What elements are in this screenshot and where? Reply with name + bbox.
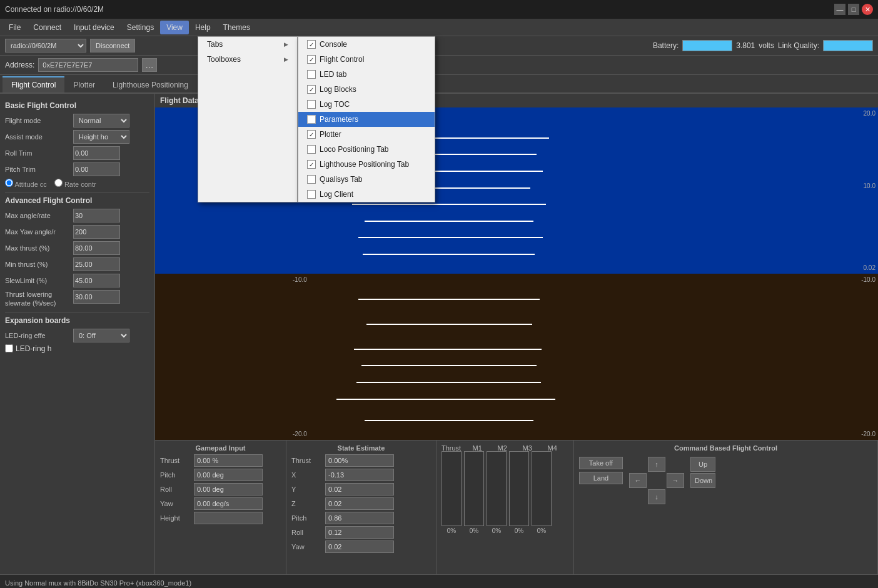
chart-label-neg10-r: -10.0: [861, 276, 875, 283]
max-thrust-row: Max thrust (%): [5, 241, 149, 255]
motor-m2-bar: [487, 451, 507, 526]
left-button[interactable]: ←: [629, 473, 647, 488]
title-bar: Connected on radio://0/60/2M — □ ✕: [0, 0, 878, 19]
submenu-console[interactable]: Console: [298, 37, 435, 52]
basic-flight-title: Basic Flight Control: [5, 101, 149, 110]
chart-line-7: [358, 237, 543, 238]
submenu-parameters[interactable]: Parameters: [298, 112, 435, 127]
disconnect-button[interactable]: Disconnect: [90, 39, 135, 52]
max-yaw-row: Max Yaw angle/r: [5, 225, 149, 239]
log-client-label: Log Client: [320, 190, 353, 199]
right-button[interactable]: →: [667, 473, 684, 488]
state-z-value: 0.02: [325, 497, 394, 510]
min-thrust-input[interactable]: [73, 257, 120, 271]
submenu-plotter[interactable]: Plotter: [298, 127, 435, 142]
state-yaw-value: 0.02: [325, 541, 394, 553]
submenu-lighthouse-tab[interactable]: Lighthouse Positioning Tab: [298, 157, 435, 172]
max-thrust-label: Max thrust (%): [5, 244, 71, 252]
log-client-check: [307, 190, 316, 199]
attitude-ctrl-radio[interactable]: [5, 179, 13, 187]
led-ring-hw-checkbox[interactable]: [5, 344, 13, 352]
menu-file[interactable]: File: [3, 21, 27, 34]
state-thrust-label: Thrust: [291, 457, 323, 464]
assist-mode-select[interactable]: Height ho: [73, 130, 129, 144]
menu-connect[interactable]: Connect: [27, 21, 68, 34]
state-title: State Estimate: [291, 444, 431, 452]
submenu-flight-control[interactable]: Flight Control: [298, 52, 435, 67]
submenu-led-tab[interactable]: LED tab: [298, 67, 435, 82]
pitch-trim-input[interactable]: [73, 162, 120, 176]
minimize-button[interactable]: —: [834, 4, 845, 15]
flight-mode-select[interactable]: Normal: [73, 114, 129, 127]
address-browse-button[interactable]: …: [142, 58, 156, 72]
thrust-lower-input[interactable]: [73, 290, 120, 304]
toolboxes-menu-label: Toolboxes: [207, 55, 241, 64]
menu-view[interactable]: View: [160, 21, 189, 34]
tabs-submenu: Console Flight Control LED tab Log Block…: [298, 36, 435, 202]
motor-m2-col: 0%: [487, 451, 507, 534]
rate-ctrl-radio[interactable]: [54, 179, 63, 187]
toolboxes-menu-item[interactable]: Toolboxes: [198, 52, 297, 67]
log-toc-label: Log TOC: [320, 100, 350, 109]
roll-trim-label: Roll Trim: [5, 149, 71, 157]
flight-mode-row: Flight mode Normal: [5, 114, 149, 127]
take-off-button[interactable]: Take off: [579, 457, 623, 469]
chart-label-20: 20.0: [864, 110, 875, 117]
chart-line-b7: [365, 420, 533, 421]
forward-button[interactable]: ↑: [648, 457, 665, 472]
max-yaw-label: Max Yaw angle/r: [5, 228, 71, 236]
loco-pos-check: [307, 145, 316, 154]
max-thrust-input[interactable]: [73, 241, 120, 255]
battery-bar: [682, 40, 732, 51]
tabs-menu-item[interactable]: Tabs: [198, 37, 297, 52]
state-z-label: Z: [291, 500, 323, 507]
gamepad-panel: Gamepad Input Thrust 0.00 % Pitch 0.00 d…: [155, 441, 286, 574]
chart-line-b1: [358, 299, 540, 300]
close-button[interactable]: ✕: [862, 4, 873, 15]
slew-limit-input[interactable]: [73, 274, 120, 287]
thrust-lower-label: Thrust lowering slewrate (%/sec): [5, 290, 71, 308]
submenu-loco-pos[interactable]: Loco Positioning Tab: [298, 142, 435, 157]
gamepad-thrust-value: 0.00 %: [194, 454, 263, 467]
qualisys-tab-check: [307, 175, 316, 184]
menu-settings[interactable]: Settings: [121, 21, 160, 34]
flight-control-sm-label: Flight Control: [320, 55, 364, 64]
slew-limit-row: SlewLimit (%): [5, 274, 149, 287]
land-button[interactable]: Land: [579, 472, 623, 484]
pitch-trim-row: Pitch Trim: [5, 162, 149, 176]
min-thrust-label: Min thrust (%): [5, 261, 71, 268]
assist-mode-row: Assist mode Height ho: [5, 130, 149, 144]
address-input[interactable]: [38, 58, 138, 72]
led-ring-select[interactable]: 0: Off: [73, 329, 129, 342]
submenu-log-client[interactable]: Log Client: [298, 187, 435, 202]
max-yaw-input[interactable]: [73, 225, 120, 239]
chart-label-neg20-l: -20.0: [293, 431, 307, 437]
tab-lighthouse[interactable]: Lighthouse Positioning: [104, 76, 197, 92]
command-panel: Command Based Flight Control Take off La…: [574, 441, 878, 574]
chart-line-5: [352, 204, 546, 205]
up-button[interactable]: Up: [690, 457, 715, 472]
state-x-row: X -0.13: [291, 469, 431, 481]
back-button[interactable]: ↓: [648, 489, 665, 504]
down-button[interactable]: Down: [690, 473, 715, 488]
submenu-qualisys-tab[interactable]: Qualisys Tab: [298, 172, 435, 187]
menu-help[interactable]: Help: [189, 21, 217, 34]
state-pitch-label: Pitch: [291, 514, 323, 522]
tab-flight-control[interactable]: Flight Control: [3, 76, 64, 92]
menu-themes[interactable]: Themes: [217, 21, 256, 34]
max-angle-input[interactable]: [73, 209, 120, 222]
battery-value: 3.801: [736, 41, 755, 50]
submenu-log-blocks[interactable]: Log Blocks: [298, 82, 435, 97]
motor-m4-pct: 0%: [537, 527, 546, 534]
console-label: Console: [320, 40, 347, 49]
attitude-ctrl-label[interactable]: Attitude cc: [5, 179, 47, 188]
radio-url-select[interactable]: radio://0/60/2M: [5, 39, 86, 52]
chart-label-10: 10.0: [864, 182, 875, 189]
roll-trim-input[interactable]: [73, 146, 120, 160]
maximize-button[interactable]: □: [848, 4, 859, 15]
menu-input-device[interactable]: Input device: [68, 21, 121, 34]
state-pitch-row: Pitch 0.86: [291, 512, 431, 524]
submenu-log-toc[interactable]: Log TOC: [298, 97, 435, 112]
tab-plotter[interactable]: Plotter: [64, 76, 104, 92]
rate-ctrl-label[interactable]: Rate contr: [54, 179, 96, 188]
